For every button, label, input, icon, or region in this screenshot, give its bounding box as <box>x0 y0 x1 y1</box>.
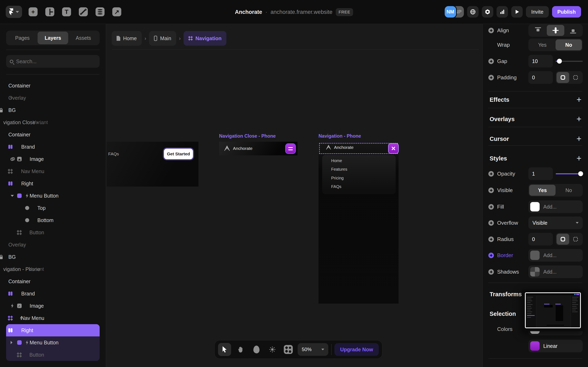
desktop-nav-frame[interactable]: FAQs Get Started <box>107 142 199 187</box>
add-variable-icon[interactable] <box>488 204 494 210</box>
gap-input[interactable]: 10 <box>528 55 553 67</box>
layer-row-button[interactable]: Button <box>0 226 106 239</box>
export-button[interactable]: ↗ <box>111 6 122 17</box>
menu-close-button[interactable] <box>389 144 398 153</box>
hand-tool[interactable] <box>234 343 247 356</box>
cms-button[interactable] <box>94 6 106 17</box>
padding-individual-button[interactable] <box>569 72 582 83</box>
get-started-button[interactable]: Get Started <box>164 149 193 159</box>
frame-label-navigation-close-phone[interactable]: Navigation Close - Phone <box>219 133 276 139</box>
upgrade-now-button[interactable]: Upgrade Now <box>334 343 379 356</box>
layer-row-container[interactable]: Container <box>0 80 106 92</box>
wrap-no-button[interactable]: No <box>555 39 582 50</box>
canvas[interactable]: Home › Main › Navigation FAQs Get Starte… <box>107 25 482 367</box>
theme-toggle[interactable] <box>266 343 279 356</box>
opacity-input[interactable]: 1 <box>528 167 553 180</box>
align-top-button[interactable] <box>529 25 547 36</box>
breadcrumb-navigation[interactable]: Navigation <box>183 31 226 46</box>
phone-menu-item-home[interactable]: Home <box>331 158 342 163</box>
layer-row-bottom[interactable]: Bottom <box>0 214 106 226</box>
layer-row-brand[interactable]: Brand <box>0 141 106 153</box>
shape-tool[interactable] <box>250 343 263 356</box>
radius-individual-button[interactable] <box>569 234 582 245</box>
align-center-button[interactable] <box>547 25 564 36</box>
phone-menu-item-features[interactable]: Features <box>331 167 347 172</box>
layer-row-image[interactable]: Image <box>0 300 106 312</box>
layer-row-menu-button[interactable]: Menu Button <box>0 336 106 349</box>
select-tool[interactable] <box>218 343 231 356</box>
analytics-button[interactable] <box>497 6 508 17</box>
insert-panel-tool[interactable] <box>282 343 295 356</box>
tab-assets[interactable]: Assets <box>68 32 99 44</box>
breadcrumb-main[interactable]: Main <box>149 31 176 46</box>
project-title-group[interactable]: Anchorate · anchorate.framer.website FRE… <box>235 0 353 24</box>
vector-button[interactable] <box>78 6 89 17</box>
layer-row-menu-button[interactable]: Menu Button <box>0 190 106 202</box>
gap-slider[interactable] <box>556 55 583 67</box>
layer-row-right[interactable]: Right <box>0 324 106 336</box>
layer-row-bg[interactable]: BG <box>0 251 106 263</box>
insert-button[interactable]: + <box>27 6 39 17</box>
add-variable-icon[interactable] <box>488 28 494 33</box>
zoom-select[interactable]: 50% <box>298 343 328 356</box>
layer-row-container[interactable]: Container <box>0 275 106 287</box>
shadows-field[interactable]: Add... <box>528 266 583 278</box>
wrap-yes-button[interactable]: Yes <box>529 39 555 50</box>
add-variable-icon[interactable] <box>488 75 494 80</box>
add-variable-icon[interactable] <box>488 253 494 258</box>
add-variable-icon[interactable] <box>488 269 494 275</box>
add-variable-icon[interactable] <box>488 171 494 176</box>
add-variable-icon[interactable] <box>488 220 494 226</box>
invite-button[interactable]: Invite <box>526 6 549 17</box>
visible-yes-button[interactable]: Yes <box>529 185 555 196</box>
menu-open-button[interactable] <box>286 144 295 153</box>
add-variable-icon[interactable] <box>488 58 494 64</box>
text-button[interactable]: T <box>61 6 72 17</box>
chevron-right-icon[interactable] <box>11 341 12 344</box>
phone-menu-item-pricing[interactable]: Pricing <box>331 176 344 180</box>
layer-row-container[interactable]: Container <box>0 128 106 141</box>
frame-label-navigation-phone[interactable]: Navigation - Phone <box>319 133 361 139</box>
fill-field[interactable]: Add... <box>528 200 583 213</box>
padding-input[interactable]: 0 <box>528 71 553 84</box>
layer-row-nav-menu[interactable]: Nav Menu <box>0 165 106 177</box>
layer-row-image[interactable]: Image <box>0 153 106 165</box>
preview-button[interactable] <box>511 6 523 17</box>
radius-uniform-button[interactable] <box>557 234 569 245</box>
site-settings-button[interactable] <box>467 6 479 17</box>
add-variable-icon[interactable] <box>488 188 494 193</box>
layer-row-button[interactable]: Button <box>0 349 106 361</box>
opacity-slider[interactable] <box>556 167 583 180</box>
align-bottom-button[interactable] <box>564 25 582 36</box>
framer-logo-menu[interactable] <box>6 6 22 18</box>
nav-link-faqs[interactable]: FAQs <box>108 151 119 156</box>
layer-row-right[interactable]: Right <box>0 177 106 190</box>
search-input[interactable]: Search... <box>6 55 100 68</box>
avatar[interactable]: NM <box>445 6 456 17</box>
plugins-button[interactable] <box>482 6 493 17</box>
chevron-down-icon[interactable] <box>11 195 14 197</box>
layer-row-top[interactable]: Top <box>0 202 106 214</box>
phone-menu-item-faqs[interactable]: FAQs <box>331 184 341 189</box>
overflow-select[interactable]: Visible <box>528 217 583 229</box>
add-variable-icon[interactable] <box>488 236 494 242</box>
layer-row-overlay[interactable]: Overlay <box>0 92 106 104</box>
layer-row-bg[interactable]: BG <box>0 104 106 116</box>
breadcrumb-home[interactable]: Home <box>112 31 142 46</box>
layer-row-nav-menu[interactable]: Nav Menu <box>0 312 106 324</box>
tab-layers[interactable]: Layers <box>38 32 68 44</box>
layout-button[interactable] <box>44 6 56 17</box>
layer-row-brand[interactable]: Brand <box>0 287 106 300</box>
border-field[interactable]: Add... <box>528 249 583 262</box>
color-linear-field[interactable]: Linear <box>528 340 583 352</box>
layer-row-vigation-close[interactable]: vigation Close - ...Variant <box>0 116 106 128</box>
frame-navigation-close-phone[interactable]: Anchorate <box>219 142 297 155</box>
visible-no-button[interactable]: No <box>555 185 582 196</box>
frame-navigation-phone[interactable]: Anchorate HomeFeaturesPricingFAQs <box>319 142 398 304</box>
layer-row-vigation-phone[interactable]: vigation - PhoneVariant <box>0 263 106 275</box>
layer-row-overlay[interactable]: Overlay <box>0 239 106 251</box>
publish-button[interactable]: Publish <box>552 6 581 17</box>
radius-input[interactable]: 0 <box>528 233 553 245</box>
tab-pages[interactable]: Pages <box>7 32 38 44</box>
padding-uniform-button[interactable] <box>557 72 569 83</box>
